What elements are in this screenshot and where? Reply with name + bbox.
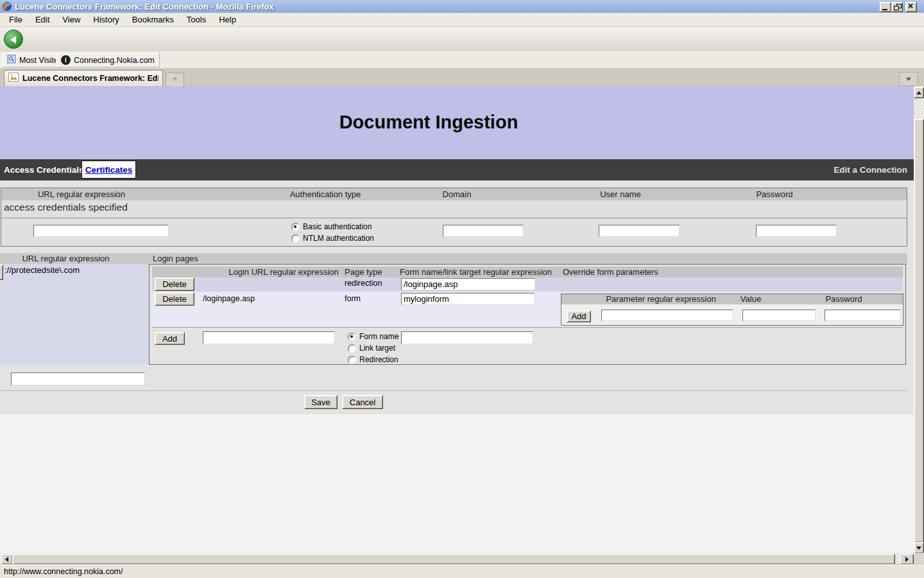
browser-window: Lucene Connectors Framework: Edit Connec… xyxy=(0,0,924,578)
vertical-scroll-thumb[interactable] xyxy=(914,119,924,543)
page-type-value: form xyxy=(345,294,361,303)
col-session-url-regexp: URL regular expression xyxy=(0,254,132,263)
col-form-target: Form name/link target regular expression xyxy=(400,267,552,277)
tab-list-button[interactable] xyxy=(899,72,918,86)
domain-input[interactable] xyxy=(443,225,524,237)
bookmarks-toolbar: Most Visited i Connecting.Nokia.com xyxy=(0,51,924,69)
menu-history[interactable]: History xyxy=(87,13,125,26)
radio-ntlm-auth[interactable] xyxy=(291,234,300,243)
certificates-link[interactable]: Certificates xyxy=(85,165,133,175)
col-auth-type: Authentication type xyxy=(252,189,399,199)
scroll-down-button[interactable] xyxy=(914,542,924,554)
radio-label: Basic authentication xyxy=(303,222,372,231)
new-login-url-input[interactable] xyxy=(203,331,335,344)
menu-bar: File Edit View History Bookmarks Tools H… xyxy=(0,13,924,27)
tab-favicon xyxy=(8,73,19,84)
menu-file[interactable]: File xyxy=(3,13,29,26)
col-password: Password xyxy=(720,189,829,199)
restore-button[interactable] xyxy=(891,2,903,12)
add-login-page-button[interactable]: Add xyxy=(155,332,185,345)
credential-url-input[interactable] xyxy=(33,225,169,237)
link-target-option[interactable]: Link target xyxy=(348,342,398,354)
password-input[interactable] xyxy=(756,225,837,237)
radio-form-name[interactable] xyxy=(348,333,356,341)
session-url-value: ://protectedsite\.com xyxy=(4,265,80,275)
menu-help[interactable]: Help xyxy=(212,13,243,26)
back-button[interactable] xyxy=(4,30,23,49)
override-params-table: Parameter regular expression Value Passw… xyxy=(561,293,903,326)
vertical-scrollbar[interactable] xyxy=(914,86,924,553)
arrow-down-icon xyxy=(916,547,921,550)
cancel-button[interactable]: Cancel xyxy=(342,395,383,409)
tab-access-credentials[interactable]: Access Credentials xyxy=(4,159,84,180)
target-regexp-input[interactable] xyxy=(401,278,535,290)
scroll-up-button[interactable] xyxy=(914,87,924,98)
bookmark-connecting-nokia[interactable]: i Connecting.Nokia.com xyxy=(56,53,160,67)
radio-link-target[interactable] xyxy=(348,344,356,353)
col-page-type: Page type xyxy=(345,267,382,277)
menu-bookmarks[interactable]: Bookmarks xyxy=(126,13,180,26)
back-icon xyxy=(10,36,16,44)
bookmark-label: Connecting.Nokia.com xyxy=(74,56,155,65)
user-name-input[interactable] xyxy=(599,225,680,237)
param-password-input[interactable] xyxy=(825,310,901,321)
page-tab-row: Access Credentials Certificates Edit a C… xyxy=(0,159,914,180)
chevron-down-icon xyxy=(906,78,911,81)
col-login-pages: Login pages xyxy=(153,254,198,263)
info-icon: i xyxy=(61,55,71,65)
tab-certificates[interactable]: Certificates xyxy=(81,161,136,179)
col-domain: Domain xyxy=(406,189,508,199)
horizontal-scrollbar[interactable] xyxy=(0,553,914,564)
scrollbar-corner xyxy=(914,553,924,564)
close-button[interactable] xyxy=(905,2,917,12)
menu-edit[interactable]: Edit xyxy=(29,13,56,26)
session-header-row: URL regular expression Login pages xyxy=(0,253,907,264)
menu-tools[interactable]: Tools xyxy=(180,13,212,26)
scroll-left-button[interactable] xyxy=(1,554,13,565)
access-credentials-section: URL regular expression Authentication ty… xyxy=(1,188,907,247)
delete-button[interactable]: Delete xyxy=(155,277,194,291)
scroll-right-button[interactable] xyxy=(900,554,914,565)
form-name-option[interactable]: Form name xyxy=(348,331,398,342)
new-target-regexp-input[interactable] xyxy=(401,331,533,344)
login-row-form: Delete /loginpage.asp form Parameter reg… xyxy=(152,292,903,327)
param-value-input[interactable] xyxy=(742,310,816,321)
target-regexp-input[interactable] xyxy=(401,293,535,305)
add-param-button[interactable]: Add xyxy=(567,310,591,322)
param-regexp-input[interactable] xyxy=(601,310,733,321)
new-tab-button[interactable] xyxy=(166,73,184,87)
radio-redirection[interactable] xyxy=(348,356,356,364)
radio-label: Link target xyxy=(359,344,395,353)
minimize-button[interactable] xyxy=(880,2,891,12)
delete-button[interactable]: Delete xyxy=(155,292,194,306)
page-content: Document Ingestion Access Credentials Ce… xyxy=(0,86,914,553)
auth-ntlm-option[interactable]: NTLM authentication xyxy=(291,232,374,244)
login-pages-box: Login URL regular expression Page type F… xyxy=(149,264,906,365)
delete-button-fragment[interactable] xyxy=(0,265,3,280)
radio-label: Form name xyxy=(359,332,398,341)
radio-label: NTLM authentication xyxy=(303,234,374,243)
login-row-redirection: Delete redirection xyxy=(152,277,903,292)
page-header: Document Ingestion xyxy=(0,86,914,159)
credentials-message: access credentials specified xyxy=(4,202,128,213)
new-session-url-input[interactable] xyxy=(11,372,145,385)
status-text: http://www.connecting.nokia.com/ xyxy=(0,567,123,576)
login-add-row: Add Form name Link target Redirection xyxy=(152,327,903,363)
section-divider xyxy=(0,390,907,392)
browser-tab[interactable]: Lucene Connectors Framework: Edit ... xyxy=(4,70,163,86)
firefox-icon xyxy=(3,2,12,11)
horizontal-scroll-thumb[interactable] xyxy=(12,554,895,565)
page-title: Document Ingestion xyxy=(0,112,857,133)
redirection-option[interactable]: Redirection xyxy=(348,354,398,365)
save-button[interactable]: Save xyxy=(304,395,338,409)
col-url-regexp: URL regular expression xyxy=(1,189,162,199)
row-divider xyxy=(1,218,907,218)
menu-view[interactable]: View xyxy=(56,13,87,26)
title-bar: Lucene Connectors Framework: Edit Connec… xyxy=(0,0,924,13)
arrow-left-icon xyxy=(5,557,8,562)
auth-basic-option[interactable]: Basic authentication xyxy=(291,221,374,232)
login-table-header: Login URL regular expression Page type F… xyxy=(152,267,903,277)
most-visited-icon xyxy=(7,55,16,66)
radio-basic-auth[interactable] xyxy=(291,223,300,231)
navigation-toolbar xyxy=(0,27,924,51)
